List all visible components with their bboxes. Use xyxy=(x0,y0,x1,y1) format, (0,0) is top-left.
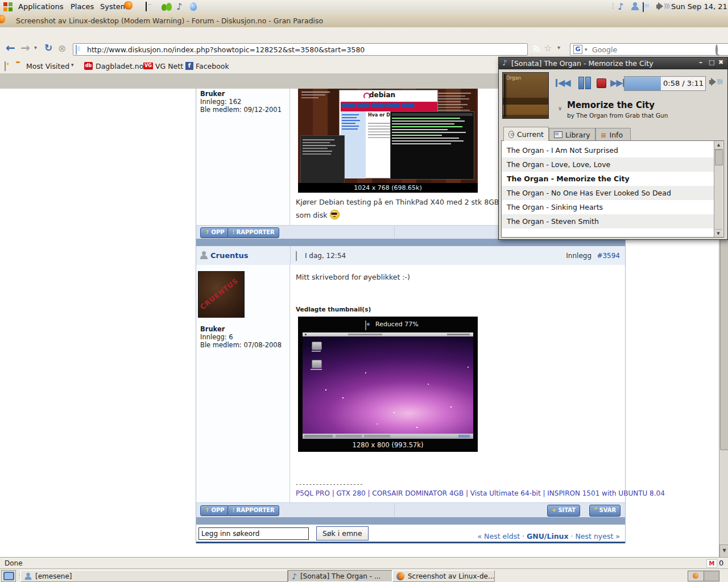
nav-prev-link[interactable]: « Nest eldst xyxy=(477,532,520,541)
menu-places[interactable]: Places xyxy=(71,2,94,11)
playlist-item[interactable]: The Organ - I Am Not Surprised xyxy=(502,143,719,157)
status-bar: Done M 0 xyxy=(0,557,728,569)
tray-music-note-icon[interactable]: ♪ xyxy=(618,1,623,12)
previous-button[interactable]: ◀◀ xyxy=(556,77,570,88)
taskbar-sonata[interactable]: ♪ [Sonata] The Organ - ... xyxy=(288,570,392,582)
user-member-since: Ble medlem: 07/08-2008 xyxy=(200,341,282,349)
reply-button[interactable]: ”SVAR xyxy=(589,505,621,517)
tab-info[interactable]: ≡ Info xyxy=(595,128,631,141)
stop-button[interactable] xyxy=(597,78,606,88)
sonata-close-button[interactable]: ✖ xyxy=(718,59,723,66)
nav-next-link[interactable]: Nest nyest » xyxy=(576,532,620,541)
nav-forum-link[interactable]: GNU/Linux xyxy=(527,532,569,541)
sonata-titlebar[interactable]: ♪ [Sonata] The Organ - Memorize the City… xyxy=(499,57,727,69)
user-title: Bruker xyxy=(200,325,225,333)
distro-menu-icon[interactable] xyxy=(3,2,13,11)
nav-sep: · xyxy=(522,532,524,541)
playlist-item[interactable]: The Organ - Steven Smith xyxy=(502,214,719,228)
playlist-scroll-down[interactable]: ▼ xyxy=(714,229,722,238)
workspace-1[interactable] xyxy=(688,571,704,581)
terminal-launcher-icon[interactable] xyxy=(146,2,147,11)
tray-screenshot-icon[interactable] xyxy=(643,2,644,12)
url-bar[interactable] xyxy=(73,43,528,56)
forward-button[interactable]: → xyxy=(20,41,30,55)
bookmark-facebook[interactable]: Facebook xyxy=(196,62,229,70)
search-input[interactable] xyxy=(570,43,728,56)
google-badge-icon: G xyxy=(573,45,582,54)
tab-current[interactable]: Current xyxy=(503,127,549,141)
post2-header-row: Cruentus I dag, 12:54 Innlegg #3594 xyxy=(196,246,626,265)
taskbar-label: Screenshot av Linux-de... xyxy=(408,572,494,580)
progress-bar[interactable]: 0:58 / 3:11 xyxy=(624,76,706,91)
playlist-item[interactable]: The Organ - Sinking Hearts xyxy=(502,200,719,214)
search-magnifier-icon[interactable] xyxy=(715,44,718,55)
info-icon: ≡ xyxy=(601,131,606,139)
playlist-scroll-thumb[interactable] xyxy=(715,149,723,165)
sound-waves: ))) xyxy=(664,2,669,10)
sonata-maximize-button[interactable]: □ xyxy=(709,59,714,66)
site-favicon xyxy=(76,45,77,55)
urlbar-dropdown-icon[interactable]: ▾ xyxy=(557,44,560,51)
cd-icon xyxy=(508,131,514,138)
playlist[interactable]: The Organ - I Am Not Surprised The Organ… xyxy=(501,140,724,238)
table-left-border xyxy=(196,89,196,543)
taskbar-firefox[interactable]: Screenshot av Linux-de... xyxy=(392,570,495,582)
music-launcher-icon[interactable]: ♪ xyxy=(176,1,182,12)
back-button[interactable]: ← xyxy=(6,41,15,55)
vg-icon: VG xyxy=(143,63,153,69)
gmail-icon[interactable]: M xyxy=(706,559,717,568)
divider xyxy=(394,226,395,239)
up-arrow-icon: ↑ xyxy=(205,229,209,235)
signature-text: P5QL PRO | GTX 280 | CORSAIR DOMINATOR 4… xyxy=(296,489,665,497)
window-titlebar[interactable]: Screenshot av Linux-desktop (Modem Warni… xyxy=(0,14,728,28)
sonata-minimize-button[interactable]: – xyxy=(699,59,702,66)
scrollbar-down-button[interactable]: ▼ xyxy=(719,544,728,558)
sound-waves: ))) xyxy=(717,78,722,85)
latest-headlines-icon[interactable]: ★ xyxy=(5,61,6,71)
most-visited-caret-icon[interactable]: ▾ xyxy=(71,62,74,68)
tab-library[interactable]: Library xyxy=(549,128,595,141)
post-author-link[interactable]: Cruentus xyxy=(210,251,249,260)
taskbar-emesene[interactable]: [emesene] xyxy=(20,570,288,582)
next-button[interactable]: ▶▶ xyxy=(610,77,624,88)
report-button[interactable]: !RAPPORTER xyxy=(228,505,279,516)
menu-system[interactable]: System xyxy=(100,2,127,11)
reload-button[interactable]: ↻ xyxy=(44,42,52,53)
quote-button[interactable]: +SITAT xyxy=(547,505,580,517)
plus-icon: + xyxy=(552,507,556,513)
up-button[interactable]: ↑OPP xyxy=(200,505,229,516)
user-post-count: Innlegg: 6 xyxy=(200,333,233,341)
workspace-switcher[interactable] xyxy=(688,571,719,581)
search-engine-dropdown-icon[interactable]: ▾ xyxy=(585,47,588,52)
menu-applications[interactable]: Applications xyxy=(18,2,63,11)
playlist-scroll-up[interactable]: ▲ xyxy=(714,141,723,149)
bookmark-vg-nett[interactable]: VG Nett xyxy=(155,62,183,70)
playlist-item-current[interactable]: The Organ - Memorize the City xyxy=(502,172,719,186)
album-art: Organ xyxy=(502,72,549,119)
topic-search-input[interactable] xyxy=(198,527,309,540)
sonata-window[interactable]: ♪ [Sonata] The Organ - Memorize the City… xyxy=(498,57,728,240)
clock[interactable]: Sun Sep 14, 21:03 xyxy=(671,2,728,11)
workspace-2[interactable] xyxy=(704,571,719,581)
avatar[interactable]: CRUENTUS xyxy=(198,271,245,318)
bookmark-most-visited[interactable]: Most Visited xyxy=(26,62,69,70)
drop-launcher-icon[interactable] xyxy=(190,2,197,11)
bookmark-dagbladet[interactable]: Dagbladet.no xyxy=(96,62,143,70)
history-dropdown-icon[interactable]: ▾ xyxy=(34,44,37,51)
playlist-item[interactable]: The Organ - Love, Love, Love xyxy=(502,157,719,172)
show-desktop-button[interactable] xyxy=(1,570,16,582)
up-button[interactable]: ↑OPP xyxy=(200,227,229,238)
post-number-link[interactable]: #3594 xyxy=(597,252,620,260)
avatar-text: CRUENTUS xyxy=(198,277,239,311)
report-button[interactable]: !RAPPORTER xyxy=(228,227,279,238)
stop-button[interactable]: ⊗ xyxy=(58,43,66,54)
post2-thumbnail[interactable]: Reduced 77% 1280 x 800 (993.57k) xyxy=(298,317,478,452)
bookmark-star-icon[interactable]: ☆ xyxy=(544,43,552,53)
expand-caret-icon[interactable]: ∨ xyxy=(558,105,562,111)
playlist-scrollbar[interactable]: ▲ ▼ xyxy=(714,141,723,237)
monitor-icon xyxy=(3,572,14,580)
post1-thumbnail[interactable]: debian Hva er Debian? xyxy=(298,89,478,193)
pause-button[interactable] xyxy=(578,77,591,88)
playlist-item[interactable]: The Organ - No One Has Ever Looked So De… xyxy=(502,186,719,200)
topic-search-button[interactable]: Søk i emne xyxy=(316,526,369,541)
